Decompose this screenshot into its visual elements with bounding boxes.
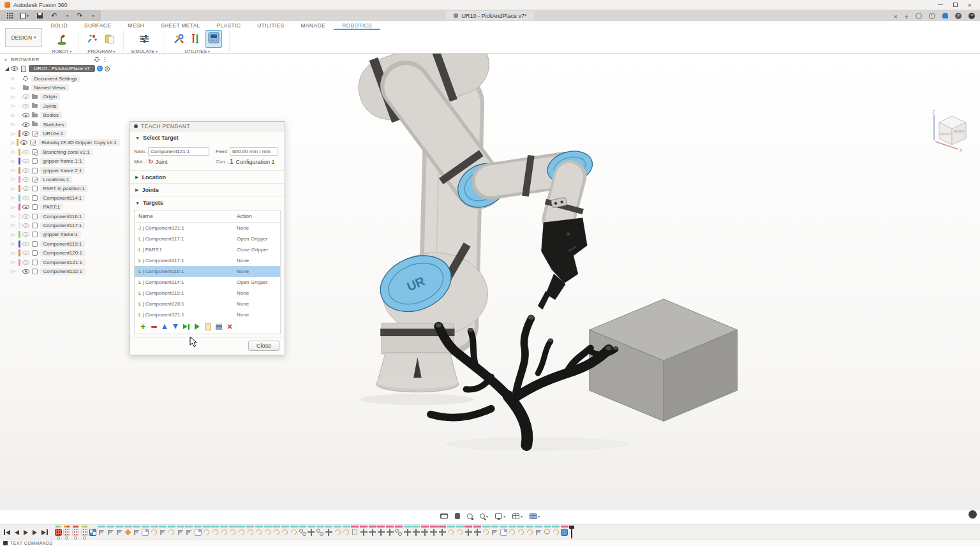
timeline-feature-circ-icon[interactable] — [168, 526, 175, 535]
visibility-eye-icon[interactable] — [22, 196, 29, 200]
timeline-feature-move-icon[interactable] — [369, 526, 376, 536]
browser-item[interactable]: ▷UR10e:1 — [2, 129, 110, 138]
timeline-feature-flag-icon[interactable] — [107, 526, 114, 535]
expand-caret-icon[interactable]: ▷ — [11, 205, 17, 210]
timeline-feature-circ-icon[interactable] — [482, 526, 490, 535]
expand-caret-icon[interactable]: ▷ — [11, 113, 17, 118]
viewports-icon[interactable]: ▾ — [530, 513, 540, 519]
collapse-panel-icon[interactable]: « — [4, 57, 8, 63]
browser-item[interactable]: ▷Locations:1 — [2, 175, 110, 184]
feed-rate-input[interactable]: 600.00 mm / min — [230, 147, 278, 156]
target-row[interactable]: L | Component121:1None — [135, 309, 280, 320]
visibility-eye-icon[interactable] — [22, 205, 29, 209]
timeline-feature-flag-icon[interactable] — [159, 526, 167, 535]
text-commands-icon[interactable] — [3, 541, 8, 545]
timeline-feature-flag-icon[interactable] — [491, 526, 498, 535]
timeline-feature-comp-icon[interactable] — [142, 526, 149, 536]
step-back-icon[interactable] — [15, 530, 19, 535]
close-tab-icon[interactable] — [894, 10, 898, 22]
timeline-feature-move-icon[interactable] — [464, 526, 472, 536]
extensions-icon[interactable] — [916, 13, 922, 19]
target-row[interactable]: L | Component120:1None — [135, 299, 280, 309]
target-row[interactable]: L | PART:1Close Gripper — [135, 244, 280, 255]
browser-item[interactable]: ▷PART:1 — [2, 202, 110, 211]
target-row[interactable]: L | Component117:1Open Gripper — [135, 233, 280, 244]
browser-item[interactable]: ▷Component120:1 — [2, 248, 110, 257]
visibility-eye-icon[interactable] — [22, 159, 29, 163]
visibility-eye-icon[interactable] — [22, 186, 29, 191]
visibility-eye-icon[interactable] — [22, 269, 29, 274]
zoom-icon[interactable]: ▾ — [480, 513, 488, 519]
browser-root-item[interactable]: ◢ UR10 - PickAndPlace v7 — [2, 64, 110, 73]
save-icon[interactable] — [37, 13, 43, 18]
visibility-eye-icon[interactable] — [22, 113, 29, 117]
root-expand-icon[interactable]: ◢ — [5, 66, 9, 71]
expand-caret-icon[interactable]: ▷ — [11, 140, 15, 145]
target-name-input[interactable]: Component121:1 — [148, 147, 209, 156]
timeline-feature-comp-icon[interactable] — [194, 526, 202, 536]
timeline-feature-joint-icon[interactable] — [80, 526, 88, 540]
timeline-feature-flag-icon[interactable] — [535, 526, 542, 535]
move-target-down-icon[interactable] — [172, 323, 179, 330]
simulate-sliders-icon[interactable] — [138, 33, 151, 45]
redo-menu-caret-icon[interactable]: ▾ — [92, 13, 94, 18]
move-target-up-icon[interactable] — [161, 323, 168, 330]
browser-item[interactable]: ▷Sketches — [2, 120, 110, 129]
timeline-feature-doc-icon[interactable] — [351, 526, 359, 535]
grid-snaps-icon[interactable]: ▾ — [512, 513, 523, 519]
browser-menu-dots-icon[interactable] — [102, 56, 108, 63]
visibility-eye-icon[interactable] — [22, 177, 29, 182]
expand-caret-icon[interactable]: ▷ — [11, 131, 17, 136]
robot-icon[interactable] — [56, 33, 68, 45]
view-cube[interactable]: Z X FRONT RIGHT — [924, 108, 975, 154]
configuration-value[interactable]: Configuration 1 — [236, 159, 275, 165]
history-clock-icon[interactable] — [929, 13, 935, 19]
timeline-feature-flag-icon[interactable] — [177, 526, 184, 535]
utilities-probe-icon[interactable] — [189, 33, 201, 45]
timeline-feature-circ-icon[interactable] — [509, 526, 516, 535]
browser-item[interactable]: ▷Component116:1 — [2, 212, 110, 221]
expand-caret-icon[interactable]: ▷ — [11, 168, 17, 173]
browser-item[interactable]: ▷Branching coral v1:1 — [2, 147, 110, 156]
expand-caret-icon[interactable]: ▷ — [11, 186, 17, 191]
app-grid-icon[interactable] — [7, 15, 12, 17]
timeline-feature-circ-icon[interactable] — [246, 526, 254, 535]
visibility-eye-icon[interactable] — [22, 94, 29, 99]
browser-item[interactable]: ▷gripper frame:1 — [2, 230, 110, 239]
expand-caret-icon[interactable]: ▷ — [11, 195, 17, 200]
section-location[interactable]: ▶ Location — [130, 170, 285, 183]
timeline-feature-circ-icon[interactable] — [447, 526, 455, 535]
timeline-feature-comp-icon[interactable] — [500, 526, 507, 536]
timeline-feature-move-icon[interactable] — [308, 526, 315, 536]
motion-type-value[interactable]: Joint — [155, 159, 167, 165]
timeline-feature-link-icon[interactable] — [299, 526, 306, 536]
sync-status-icon[interactable] — [97, 66, 103, 71]
timeline-feature-move-icon[interactable] — [404, 526, 412, 536]
minimize-icon[interactable] — [938, 4, 943, 6]
target-row[interactable]: L | Component117:1None — [135, 255, 280, 266]
visibility-eye-icon[interactable] — [22, 223, 29, 228]
browser-item[interactable]: ▷Component122:1 — [2, 267, 110, 276]
browser-item[interactable]: ▷gripper frame 1:1 — [2, 157, 110, 166]
expand-caret-icon[interactable]: ▷ — [11, 103, 17, 108]
expand-caret-icon[interactable]: ▷ — [11, 85, 17, 91]
expand-caret-icon[interactable]: ▷ — [11, 149, 17, 154]
ribbon-tab-manage[interactable]: MANAGE — [293, 22, 334, 30]
undo-icon[interactable] — [51, 11, 57, 20]
add-target-icon[interactable] — [139, 323, 147, 330]
timeline-feature-compsel-icon[interactable] — [89, 526, 97, 536]
timeline-feature-circ-icon[interactable] — [151, 526, 158, 535]
browser-item[interactable]: ▷Component117:1 — [2, 221, 110, 230]
view-capture-icon[interactable] — [440, 513, 448, 519]
visibility-eye-icon[interactable] — [22, 131, 29, 136]
browser-item[interactable]: ▷gripper frame 2:1 — [2, 166, 110, 175]
timeline-feature-flag-icon[interactable] — [185, 526, 193, 535]
timeline-feature-joint-icon[interactable] — [63, 526, 71, 540]
focus-target-icon[interactable] — [105, 66, 110, 71]
ribbon-tab-robotics[interactable]: ROBOTICS — [334, 22, 380, 30]
browser-item[interactable]: ▷Document Settings — [2, 74, 110, 83]
orbit-icon[interactable] — [467, 513, 473, 519]
maximize-icon[interactable] — [953, 3, 958, 7]
timeline-feature-circ-icon[interactable] — [220, 526, 228, 535]
timeline-feature-move-icon[interactable] — [430, 526, 438, 536]
